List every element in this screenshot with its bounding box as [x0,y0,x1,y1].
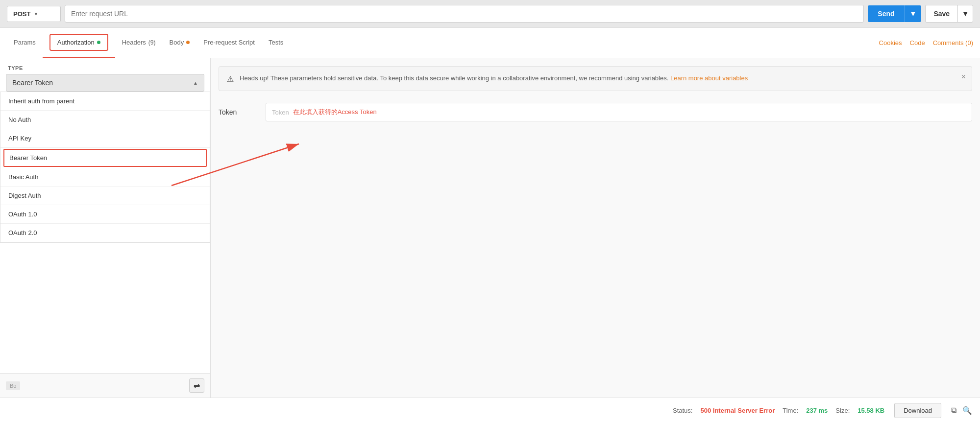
auth-dot [97,41,100,44]
tab-body-label: Body [170,39,184,46]
status-group: Status: 500 Internal Server Error Time: … [673,407,884,414]
copy-icon[interactable]: ⧉ [951,406,956,415]
close-icon[interactable]: × [961,72,966,81]
dropdown-item-oauth2[interactable]: OAuth 2.0 [0,224,210,242]
method-select[interactable]: POST ▼ [7,6,61,22]
save-label: Save [926,5,957,22]
status-value: 500 Internal Server Error [700,407,775,414]
tab-headers-label: Headers [122,39,146,46]
status-label: Status: [673,407,692,414]
method-chevron: ▼ [33,11,38,17]
tab-prerequest[interactable]: Pre-request Script [196,33,262,53]
size-label: Size: [835,407,850,414]
info-banner: ⚠ Heads up! These parameters hold sensit… [219,66,972,91]
tab-tests-label: Tests [269,39,283,46]
dropdown-item-oauth1[interactable]: OAuth 1.0 [0,205,210,224]
dropdown-item-digestauth[interactable]: Digest Auth [0,187,210,205]
tab-auth-box: Authorization [49,34,108,51]
wrap-icon[interactable]: ⇌ [189,378,204,393]
tab-auth-label: Authorization [57,39,95,46]
bottom-bar: Status: 500 Internal Server Error Time: … [0,398,980,423]
download-button[interactable]: Download [894,403,941,418]
search-icon[interactable]: 🔍 [962,406,972,415]
type-dropdown[interactable]: Bearer Token ▲ [6,74,204,92]
warning-icon: ⚠ [227,74,234,84]
info-link[interactable]: Learn more about variables [670,74,748,82]
url-input[interactable] [65,5,864,23]
tab-params[interactable]: Params [7,33,43,53]
token-annotation: 在此填入获得的Access Token [293,108,377,117]
dropdown-item-apikey[interactable]: API Key [0,129,210,148]
tab-comments-link[interactable]: Comments (0) [933,39,973,47]
method-label: POST [13,10,30,18]
token-input[interactable]: Token 在此填入获得的Access Token [266,103,972,121]
save-button[interactable]: Save ▼ [925,5,973,23]
right-panel: ⚠ Heads up! These parameters hold sensit… [211,58,980,398]
tab-headers[interactable]: Headers (9) [115,33,163,53]
save-chevron: ▼ [957,5,973,22]
bottom-right-icons: ⧉ 🔍 [951,406,972,415]
dropdown-item-noauth[interactable]: No Auth [0,111,210,129]
send-chevron: ▼ [905,5,922,22]
token-label: Token [219,108,258,116]
body-dot [186,41,190,44]
top-bar: POST ▼ Send ▼ Save ▼ [0,0,980,28]
tab-body[interactable]: Body [163,33,197,53]
body-tab-indicator: Bo [6,381,20,390]
dropdown-item-inherit[interactable]: Inherit auth from parent [0,92,210,111]
time-label: Time: [783,407,798,414]
token-row: Token Token 在此填入获得的Access Token [219,103,972,121]
time-value: 237 ms [806,407,828,414]
size-value: 15.58 KB [858,407,884,414]
tab-code-link[interactable]: Code [910,39,925,47]
tab-headers-badge: (9) [148,39,156,46]
type-label: TYPE [0,58,210,74]
tab-cookies-link[interactable]: Cookies [879,39,902,47]
chevron-up-icon: ▲ [193,80,198,86]
token-placeholder: Token [272,109,289,116]
dropdown-menu: Inherit auth from parent No Auth API Key… [0,92,210,243]
selected-type-label: Bearer Token [12,79,53,87]
tabs-bar: Params Authorization Headers (9) Body Pr… [0,28,980,58]
tab-params-label: Params [14,39,36,46]
info-text: Heads up! These parameters hold sensitiv… [240,73,748,84]
tab-tests[interactable]: Tests [262,33,290,53]
tab-authorization[interactable]: Authorization [43,28,115,58]
tab-prerequest-label: Pre-request Script [203,39,255,46]
send-button[interactable]: Send ▼ [868,5,921,22]
info-text-main: Heads up! These parameters hold sensitiv… [240,74,668,82]
wrap-icon-symbol: ⇌ [194,381,200,390]
send-label: Send [868,5,904,22]
tab-right-links: Cookies Code Comments (0) [879,39,973,47]
left-panel: TYPE Bearer Token ▲ Inherit auth from pa… [0,58,211,398]
dropdown-item-bearer[interactable]: Bearer Token [3,149,207,167]
dropdown-item-basicauth[interactable]: Basic Auth [0,168,210,187]
